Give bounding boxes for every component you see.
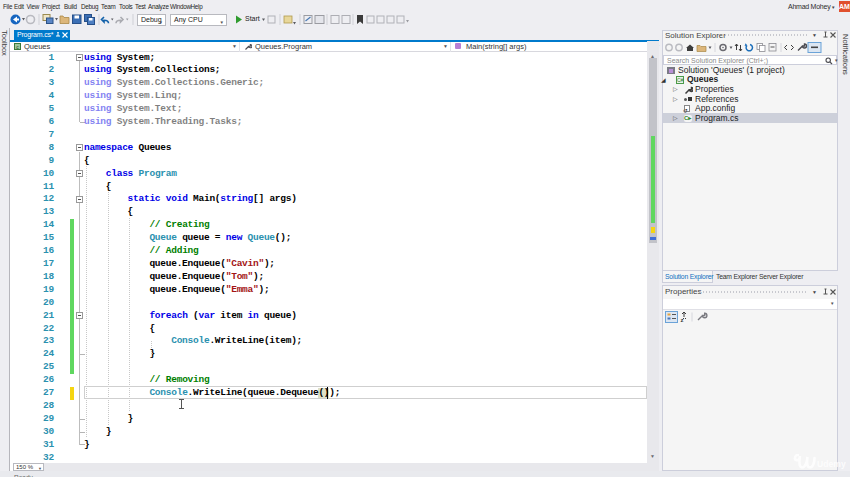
svg-text:Udemy: Udemy	[817, 459, 846, 469]
svg-text:z: z	[681, 317, 684, 323]
